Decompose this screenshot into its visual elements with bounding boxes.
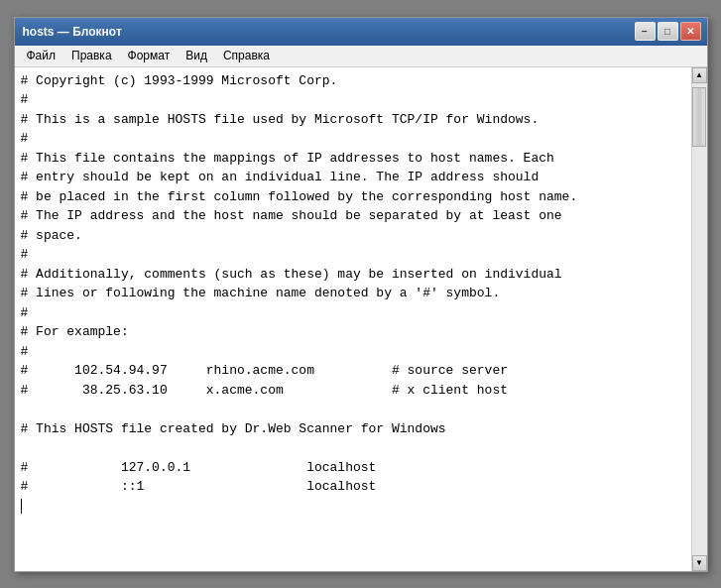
text-line: # 102.54.94.97 rhino.acme.com # source s… xyxy=(21,363,508,378)
text-line: # This HOSTS file created by Dr.Web Scan… xyxy=(21,421,446,436)
scroll-track xyxy=(692,83,707,555)
scroll-down-button[interactable]: ▼ xyxy=(692,555,707,571)
text-editor[interactable]: # Copyright (c) 1993-1999 Microsoft Corp… xyxy=(15,67,691,571)
menu-format[interactable]: Формат xyxy=(120,47,179,64)
text-line: # xyxy=(21,247,29,262)
text-line: # Copyright (c) 1993-1999 Microsoft Corp… xyxy=(21,73,338,88)
text-line: # This is a sample HOSTS file used by Mi… xyxy=(21,112,540,127)
title-bar: hosts — Блокнот − □ ✕ xyxy=(15,18,707,46)
content-area: # Copyright (c) 1993-1999 Microsoft Corp… xyxy=(15,67,707,571)
text-line: # xyxy=(21,344,29,359)
text-line: # xyxy=(21,131,29,146)
text-line: # 38.25.63.10 x.acme.com # x client host xyxy=(21,383,508,398)
scroll-thumb[interactable] xyxy=(692,87,706,147)
text-line: # Additionally, comments (such as these)… xyxy=(21,267,562,282)
window-title: hosts — Блокнот xyxy=(23,25,122,39)
text-line: # 127.0.0.1 localhost xyxy=(21,460,377,475)
menu-view[interactable]: Вид xyxy=(178,47,215,64)
text-line: # xyxy=(21,92,29,107)
text-line: # The IP address and the host name shoul… xyxy=(21,208,562,223)
text-line: # xyxy=(21,305,29,320)
window-controls: − □ ✕ xyxy=(635,22,701,41)
text-line: # This file contains the mappings of IP … xyxy=(21,151,554,166)
text-line: # entry should be kept on an individual … xyxy=(21,170,540,184)
text-line: # ::1 localhost xyxy=(21,479,377,494)
menu-help[interactable]: Справка xyxy=(215,47,278,64)
close-button[interactable]: ✕ xyxy=(680,22,701,41)
menu-bar: Файл Правка Формат Вид Справка xyxy=(15,46,707,67)
vertical-scrollbar: ▲ ▼ xyxy=(691,67,707,571)
text-line: # space. xyxy=(21,228,82,243)
text-line: # lines or following the machine name de… xyxy=(21,286,501,300)
menu-file[interactable]: Файл xyxy=(19,47,64,64)
text-line: # be placed in the first column followed… xyxy=(21,189,578,204)
text-line: # For example: xyxy=(21,324,129,339)
menu-edit[interactable]: Правка xyxy=(63,47,120,64)
notepad-window: hosts — Блокнот − □ ✕ Файл Правка Формат… xyxy=(14,17,708,572)
maximize-button[interactable]: □ xyxy=(658,22,678,41)
minimize-button[interactable]: − xyxy=(635,22,656,41)
cursor xyxy=(21,499,30,514)
text-area-container[interactable]: # Copyright (c) 1993-1999 Microsoft Corp… xyxy=(15,67,691,571)
scroll-up-button[interactable]: ▲ xyxy=(692,67,707,83)
